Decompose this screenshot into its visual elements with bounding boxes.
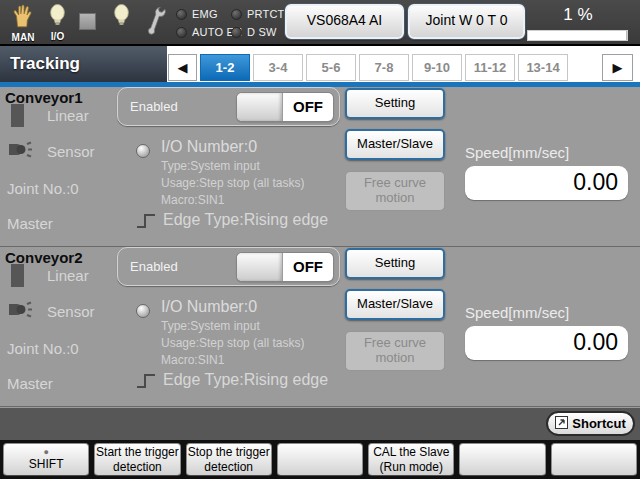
rising-edge-icon — [136, 213, 156, 233]
tab-13-14[interactable]: 13-14 — [518, 54, 568, 81]
top-status-bar: MAN I/O EMG — [0, 0, 640, 46]
auto-en-led-icon — [176, 27, 187, 38]
shortcut-button[interactable]: Shortcut — [546, 411, 635, 436]
edge-type-label: Edge Type:Rising edge — [163, 211, 328, 229]
lamp-indicator — [113, 4, 130, 32]
sensor-label: Sensor — [47, 303, 95, 320]
sensor-icon — [7, 140, 33, 163]
tab-11-12[interactable]: 11-12 — [465, 54, 515, 81]
tab-1-2[interactable]: 1-2 — [200, 54, 250, 81]
rising-edge-icon — [136, 373, 156, 393]
function-key-label: Start the trigger detection — [95, 445, 179, 474]
linear-axis-icon — [11, 104, 24, 127]
enabled-group: Enabled OFF — [117, 87, 340, 126]
lightbulb-icon — [49, 14, 66, 31]
io-macro-label: Macro:SIN1 — [161, 193, 224, 207]
io-lamp-label: I/O — [49, 32, 66, 42]
tabs-next-button[interactable]: ▶ — [602, 54, 633, 81]
manual-mode-indicator: MAN — [10, 3, 36, 43]
tab-3-4[interactable]: 3-4 — [253, 54, 303, 81]
emg-led-icon — [176, 9, 187, 20]
speed-unit-label: Speed[mm/sec] — [465, 144, 569, 161]
speed-progress-bar — [527, 30, 628, 41]
enabled-group: Enabled OFF — [117, 247, 340, 286]
emg-label: EMG — [192, 8, 218, 20]
start-trigger-function-key[interactable]: Start the trigger detection — [94, 443, 180, 476]
io-radio-button[interactable] — [136, 144, 150, 158]
shortcut-strip: Shortcut — [0, 408, 640, 440]
toggle-knob — [237, 93, 283, 121]
toggle-knob — [237, 253, 283, 281]
shift-function-key[interactable]: ● SHIFT — [3, 443, 89, 476]
chevron-right-icon: ▶ — [613, 60, 623, 75]
joint-coordinate-button[interactable]: Joint W 0 T 0 — [408, 4, 525, 39]
chevron-left-icon: ◀ — [178, 60, 188, 75]
tab-7-8[interactable]: 7-8 — [359, 54, 409, 81]
io-radio-button[interactable] — [136, 304, 150, 318]
sensor-icon — [7, 300, 33, 323]
square-status-icon — [79, 13, 96, 30]
tab-9-10[interactable]: 9-10 — [412, 54, 462, 81]
speed-percent-readout: 1 % — [528, 5, 628, 25]
empty-function-key[interactable] — [277, 443, 363, 476]
master-label: Master — [7, 215, 53, 232]
empty-function-key[interactable] — [459, 443, 545, 476]
emg-indicator: EMG — [176, 8, 218, 20]
function-key-bar: ● SHIFT Start the trigger detection Stop… — [0, 440, 640, 479]
shift-indicator-dot-icon: ● — [43, 447, 48, 457]
master-label: Master — [7, 375, 53, 392]
toggle-state-label: OFF — [283, 253, 333, 281]
conveyor2-section: Conveyor2 Linear Sensor Joint No.:0 Mast… — [0, 247, 640, 407]
prtct-label: PRTCT — [247, 8, 284, 20]
enabled-toggle[interactable]: OFF — [237, 93, 333, 121]
joint-number-label: Joint No.:0 — [7, 180, 79, 197]
setting-button[interactable]: Setting — [345, 88, 445, 119]
d-sw-indicator: D SW — [231, 26, 277, 38]
tab-5-6[interactable]: 5-6 — [306, 54, 356, 81]
linear-axis-icon — [11, 264, 24, 287]
free-curve-motion-button[interactable]: Free curve motion — [345, 331, 445, 371]
function-key-label: Stop the trigger detection — [187, 445, 271, 474]
free-curve-motion-button[interactable]: Free curve motion — [345, 171, 445, 211]
io-lamp-indicator: I/O — [49, 4, 66, 42]
shortcut-icon — [555, 416, 568, 432]
tabs-prev-button[interactable]: ◀ — [168, 54, 197, 81]
master-slave-button[interactable]: Master/Slave — [345, 129, 445, 160]
prtct-led-icon — [231, 9, 242, 20]
robot-model-button[interactable]: VS068A4 AI — [285, 4, 404, 39]
enabled-toggle[interactable]: OFF — [237, 253, 333, 281]
empty-function-key[interactable] — [551, 443, 637, 476]
lightbulb-icon — [113, 14, 130, 31]
conveyor1-section: Conveyor1 Linear Sensor Joint No.:0 Mast… — [0, 87, 640, 247]
edge-type-label: Edge Type:Rising edge — [163, 371, 328, 389]
io-number-label: I/O Number:0 — [161, 298, 257, 316]
stop-trigger-function-key[interactable]: Stop the trigger detection — [186, 443, 272, 476]
speed-value-display: 0.00 — [465, 166, 628, 200]
io-usage-label: Usage:Step stop (all tasks) — [161, 176, 304, 190]
io-macro-label: Macro:SIN1 — [161, 353, 224, 367]
master-slave-button[interactable]: Master/Slave — [345, 289, 445, 320]
prtct-indicator: PRTCT — [231, 8, 284, 20]
wrench-icon — [145, 22, 167, 39]
io-type-label: Type:System input — [161, 159, 260, 173]
cal-slave-function-key[interactable]: CAL the Slave (Run mode) — [368, 443, 454, 476]
linear-label: Linear — [47, 107, 89, 124]
manual-mode-label: MAN — [10, 33, 36, 43]
joint-number-label: Joint No.:0 — [7, 340, 79, 357]
shortcut-label: Shortcut — [572, 416, 625, 431]
function-key-label: CAL the Slave (Run mode) — [369, 445, 453, 474]
toggle-state-label: OFF — [283, 93, 333, 121]
io-usage-label: Usage:Step stop (all tasks) — [161, 336, 304, 350]
speed-value-display: 0.00 — [465, 326, 628, 360]
d-sw-label: D SW — [247, 26, 277, 38]
linear-label: Linear — [47, 267, 89, 284]
maintenance-indicator — [145, 4, 167, 40]
page-title: Tracking — [0, 46, 167, 82]
speed-progress-fill — [528, 31, 627, 40]
io-number-label: I/O Number:0 — [161, 138, 257, 156]
io-type-label: Type:System input — [161, 319, 260, 333]
setting-button[interactable]: Setting — [345, 248, 445, 279]
d-sw-led-icon — [231, 27, 242, 38]
tab-bar: Tracking ◀ 1-2 3-4 5-6 7-8 9-10 11-12 13… — [0, 46, 640, 82]
speed-unit-label: Speed[mm/sec] — [465, 304, 569, 321]
